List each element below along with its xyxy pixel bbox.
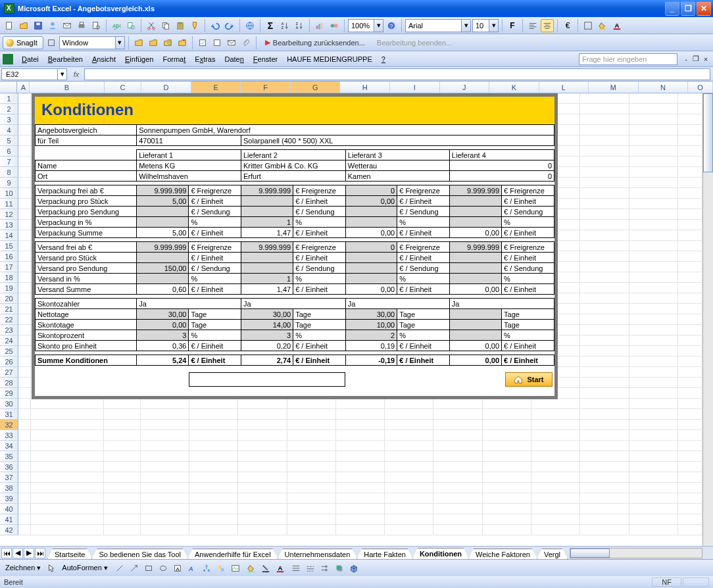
open-icon[interactable] [17, 19, 30, 32]
row-header-12[interactable]: 12 [0, 209, 18, 220]
task-icon[interactable] [196, 36, 209, 49]
table-cell[interactable] [449, 309, 501, 320]
row-header-35[interactable]: 35 [0, 451, 18, 462]
autosum-icon[interactable]: Σ [264, 19, 277, 32]
row-header-4[interactable]: 4 [0, 125, 18, 135]
fill-color-icon[interactable] [596, 19, 609, 32]
new-icon[interactable] [3, 19, 16, 32]
row-header-10[interactable]: 10 [0, 188, 18, 199]
skonto-3[interactable]: Ja [345, 299, 449, 309]
envelope-icon[interactable] [225, 36, 238, 49]
menu-fenster[interactable]: Fenster [249, 53, 282, 65]
row-header-24[interactable]: 24 [0, 335, 18, 346]
shadow-icon[interactable] [333, 562, 346, 575]
name-box[interactable]: E32▾ [1, 68, 67, 80]
table-cell[interactable]: 5,00 [137, 196, 189, 207]
window-minimize-button[interactable]: _ [665, 1, 679, 16]
sort-desc-icon[interactable]: ZA [293, 19, 306, 32]
row-header-29[interactable]: 29 [0, 388, 18, 399]
row-header-23[interactable]: 23 [0, 325, 18, 335]
row-header-32[interactable]: 32 [0, 420, 18, 430]
table-cell[interactable]: 0,00 [345, 196, 397, 207]
snagit-config-icon[interactable] [45, 36, 58, 49]
align-left-icon[interactable] [526, 19, 539, 32]
table-cell[interactable]: 1 [241, 274, 293, 284]
menu-bearbeiten[interactable]: Bearbeiten [43, 53, 87, 65]
ask-question-input[interactable]: Frage hier eingeben [579, 53, 677, 65]
table-cell[interactable] [449, 320, 501, 330]
teil-part[interactable]: 470011 [137, 135, 241, 146]
table-cell[interactable] [241, 253, 293, 263]
table-cell[interactable] [345, 274, 397, 284]
row-header-18[interactable]: 18 [0, 272, 18, 283]
sheet-tab[interactable]: Harte Fakten [356, 549, 413, 559]
formula-input[interactable] [84, 68, 710, 80]
diagram-icon[interactable] [200, 562, 213, 575]
row-header-21[interactable]: 21 [0, 304, 18, 314]
sheet-tab[interactable]: Unternehmensdaten [278, 549, 358, 559]
menu-extras[interactable]: Extras [190, 53, 220, 65]
table-cell[interactable] [241, 196, 293, 207]
folder2-icon[interactable] [147, 36, 160, 49]
table-cell[interactable]: 9.999.999 [241, 185, 293, 196]
font-color-draw-icon[interactable]: A [274, 562, 287, 575]
sheet-tab[interactable]: Vergl [537, 549, 568, 559]
ort-1[interactable]: Wilhelmshaven [137, 171, 241, 182]
table-cell[interactable] [345, 207, 397, 217]
col-header-I[interactable]: I [390, 82, 440, 93]
workbook-minimize-button[interactable]: - [681, 55, 691, 64]
col-header-H[interactable]: H [340, 82, 390, 93]
teil-desc[interactable]: Solarpanell (400 * 500) XXL [241, 135, 554, 146]
table-cell[interactable] [241, 207, 293, 217]
row-header-28[interactable]: 28 [0, 378, 18, 388]
row-header-41[interactable]: 41 [0, 514, 18, 525]
table-cell[interactable] [449, 207, 501, 217]
col-header-F[interactable]: F [241, 82, 291, 93]
line-style-icon[interactable] [289, 562, 303, 575]
row-header-36[interactable]: 36 [0, 462, 18, 472]
sheet-tab[interactable]: So bedienen Sie das Tool [91, 549, 188, 559]
sheet-tab[interactable]: Weiche Faktoren [468, 549, 537, 559]
table-cell[interactable]: 9.999.999 [137, 242, 189, 253]
sheet-tab[interactable]: Startseite [47, 549, 92, 559]
row-header-26[interactable]: 26 [0, 356, 18, 367]
clipart-icon[interactable] [214, 562, 228, 575]
workbook-close-button[interactable]: × [701, 55, 710, 64]
print-preview-icon[interactable] [89, 19, 103, 32]
row-header-22[interactable]: 22 [0, 314, 18, 325]
table-cell[interactable] [345, 263, 397, 274]
table-cell[interactable] [345, 253, 397, 263]
row-header-34[interactable]: 34 [0, 441, 18, 451]
tab-nav-next[interactable]: ▶ [24, 548, 34, 558]
tab-nav-prev[interactable]: ◀ [12, 548, 23, 558]
row-header-5[interactable]: 5 [0, 135, 18, 146]
table-cell[interactable]: 3 [137, 330, 189, 341]
table-cell[interactable]: 3 [241, 330, 293, 341]
table-cell[interactable] [137, 253, 189, 263]
dash-style-icon[interactable] [304, 562, 317, 575]
table-cell[interactable] [449, 217, 501, 228]
save-icon[interactable] [32, 19, 45, 32]
undo-icon[interactable] [209, 19, 222, 32]
workbook-icon[interactable] [3, 54, 13, 64]
menu-haufe[interactable]: HAUFE MEDIENGRUPPE [282, 53, 377, 65]
mail-icon[interactable] [61, 19, 74, 32]
font-name-combo[interactable]: Arial▾ [405, 19, 471, 32]
menu-einfuegen[interactable]: Einfügen [120, 53, 158, 65]
window-close-button[interactable]: ✕ [697, 1, 711, 16]
row-header-42[interactable]: 42 [0, 525, 18, 535]
col-header-O[interactable]: O [688, 82, 713, 93]
ort-3[interactable]: Kamen [345, 171, 449, 182]
row-header-25[interactable]: 25 [0, 346, 18, 356]
redo-icon[interactable] [223, 19, 236, 32]
table-cell[interactable]: 30,00 [241, 309, 293, 320]
table-cell[interactable]: 10,00 [345, 320, 397, 330]
name-3[interactable]: Wetterau [345, 160, 449, 171]
currency-icon[interactable]: € [561, 19, 574, 32]
arrow-icon[interactable] [128, 562, 141, 575]
row-header-11[interactable]: 11 [0, 199, 18, 209]
col-header-L[interactable]: L [539, 82, 589, 93]
row-header-1[interactable]: 1 [0, 93, 18, 104]
font-size-combo[interactable]: 10▾ [472, 19, 499, 32]
oval-icon[interactable] [157, 562, 170, 575]
